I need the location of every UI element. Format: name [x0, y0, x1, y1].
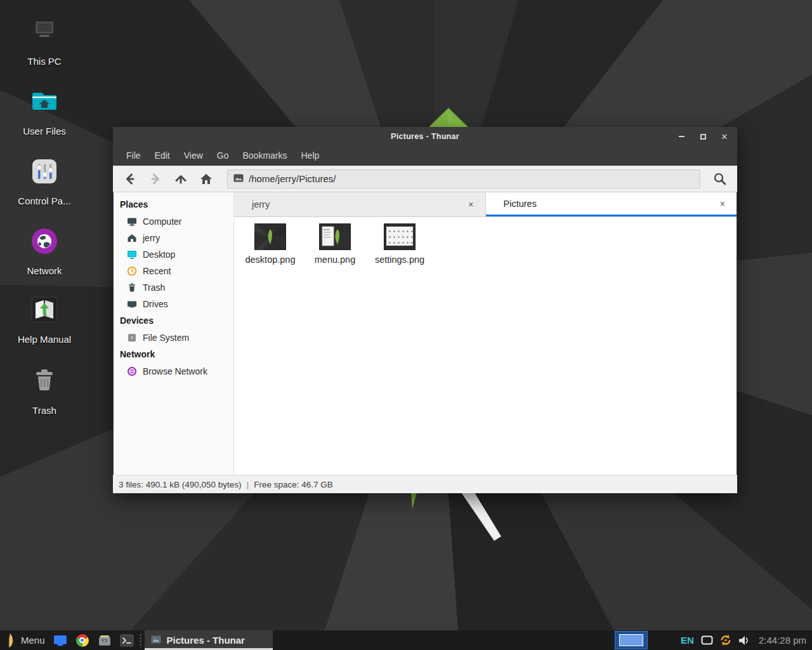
taskbar-window-title: Pictures - Thunar [167, 635, 245, 646]
computer-icon [28, 15, 61, 48]
file-item-menu-png[interactable]: menu.png [303, 222, 367, 265]
menu-bookmarks[interactable]: Bookmarks [235, 146, 294, 166]
computer-icon [126, 216, 137, 227]
tab-pictures[interactable]: Pictures × [486, 192, 737, 216]
sidebar-header-devices: Devices [114, 312, 233, 329]
places-sidebar: Places Computer jerry [114, 192, 234, 475]
network-globe-icon [126, 366, 137, 377]
sidebar-item-label: File System [143, 333, 189, 343]
window-title: Pictures - Thunar [391, 132, 459, 141]
file-item-desktop-png[interactable]: desktop.png [238, 222, 303, 265]
window-menubar: File Edit View Go Bookmarks Help [113, 146, 737, 166]
up-button[interactable] [169, 168, 193, 190]
sidebar-item-label: jerry [143, 233, 160, 243]
linux-lite-logo-icon[interactable] [4, 633, 16, 648]
trash-icon [126, 282, 137, 293]
status-separator: | [247, 480, 249, 489]
tab-jerry[interactable]: jerry × [234, 192, 486, 216]
menu-help[interactable]: Help [294, 146, 327, 166]
update-manager-icon[interactable] [719, 634, 732, 647]
workspace-switcher[interactable] [615, 631, 648, 649]
desktop-icon-user-files[interactable]: User Files [9, 85, 80, 136]
sidebar-item-browse-network[interactable]: Browse Network [114, 363, 233, 380]
desktop-icon-control-panel[interactable]: Control Pa... [9, 155, 80, 206]
desktop-icon-this-pc[interactable]: This PC [9, 15, 80, 67]
help-manual-icon [28, 293, 61, 326]
menu-edit[interactable]: Edit [148, 146, 177, 166]
tab-label: jerry [234, 199, 270, 209]
file-name: desktop.png [238, 255, 303, 265]
home-button[interactable] [194, 168, 218, 190]
taskbar-window-button[interactable]: Pictures - Thunar [145, 630, 273, 650]
files-summary: 3 files: 490.1 kB (490,050 bytes) [119, 480, 242, 489]
tab-close-icon[interactable]: × [464, 192, 477, 216]
sidebar-item-label: Browse Network [143, 366, 207, 376]
menu-file[interactable]: File [119, 146, 148, 166]
keyboard-language-indicator[interactable]: EN [681, 635, 694, 646]
tab-label: Pictures [486, 199, 537, 209]
path-bar[interactable]: /home/jerry/Pictures/ [227, 169, 700, 189]
desktop-icon [126, 249, 137, 260]
window-titlebar[interactable]: Pictures - Thunar ✕ [113, 127, 737, 146]
desktop-icon-label: Network [9, 265, 80, 276]
settings-png-thumbnail [384, 223, 416, 250]
volume-icon[interactable] [738, 634, 750, 647]
clock-icon [126, 266, 137, 277]
globe-icon [28, 225, 61, 258]
desktop-icon-network[interactable]: Network [9, 225, 80, 276]
maximize-button[interactable] [697, 130, 709, 143]
file-manager-icon[interactable] [98, 633, 112, 647]
image-location-icon [233, 173, 244, 185]
trash-icon [28, 364, 61, 397]
active-workspace[interactable] [619, 634, 643, 646]
file-item-settings-png[interactable]: settings.png [367, 222, 432, 265]
desktop-icon-help-manual[interactable]: Help Manual [9, 293, 80, 345]
sidebar-header-network: Network [114, 346, 233, 363]
window-thumbnail-icon [151, 635, 161, 646]
show-desktop-icon[interactable] [53, 633, 67, 647]
sidebar-item-jerry[interactable]: jerry [114, 230, 233, 246]
close-button[interactable]: ✕ [718, 130, 731, 143]
sidebar-item-label: Desktop [143, 249, 175, 260]
search-button[interactable] [708, 168, 732, 190]
file-view[interactable]: desktop.png menu.png [234, 217, 737, 475]
desktop-icon-label: User Files [9, 126, 80, 136]
desktop-screen: This PC User Files [0, 0, 812, 650]
clock[interactable]: 2:44:28 pm [759, 635, 806, 646]
terminal-icon[interactable] [120, 633, 134, 647]
sidebar-item-file-system[interactable]: File System [114, 329, 233, 346]
home-folder-icon [28, 85, 61, 118]
desktop-png-thumbnail [254, 223, 286, 250]
drive-icon [126, 299, 137, 310]
desktop-icon-label: Help Manual [9, 334, 80, 345]
sidebar-item-recent[interactable]: Recent [114, 263, 233, 279]
sidebar-item-desktop[interactable]: Desktop [114, 246, 233, 263]
chrome-browser-icon[interactable] [75, 633, 89, 647]
menu-button[interactable]: Menu [21, 635, 45, 646]
file-name: menu.png [303, 255, 367, 265]
thunar-window: Pictures - Thunar ✕ File Edit View Go Bo… [113, 127, 737, 493]
menu-view[interactable]: View [177, 146, 210, 166]
desktop-icon-trash[interactable]: Trash [9, 364, 80, 416]
sidebar-item-label: Computer [143, 216, 181, 227]
current-path: /home/jerry/Pictures/ [249, 173, 336, 184]
file-name: settings.png [367, 255, 432, 265]
tab-bar: jerry × Pictures × [234, 192, 737, 217]
menu-png-thumbnail [319, 223, 351, 250]
minimize-button[interactable] [675, 130, 688, 143]
sidebar-item-label: Trash [143, 282, 165, 293]
free-space: Free space: 46.7 GB [254, 480, 333, 489]
forward-button[interactable] [143, 168, 167, 190]
sidebar-item-label: Drives [143, 299, 168, 309]
sidebar-item-drives[interactable]: Drives [114, 296, 233, 312]
desktop-icon-label: This PC [9, 56, 80, 67]
sliders-icon [28, 155, 61, 188]
tab-close-icon[interactable]: × [716, 192, 729, 215]
sidebar-item-trash[interactable]: Trash [114, 279, 233, 296]
display-tray-icon[interactable] [701, 634, 714, 647]
back-button[interactable] [118, 168, 142, 190]
desktop-icon-label: Control Pa... [9, 196, 80, 206]
sidebar-item-computer[interactable]: Computer [114, 213, 233, 230]
window-toolbar: /home/jerry/Pictures/ [113, 166, 737, 192]
menu-go[interactable]: Go [210, 146, 236, 166]
